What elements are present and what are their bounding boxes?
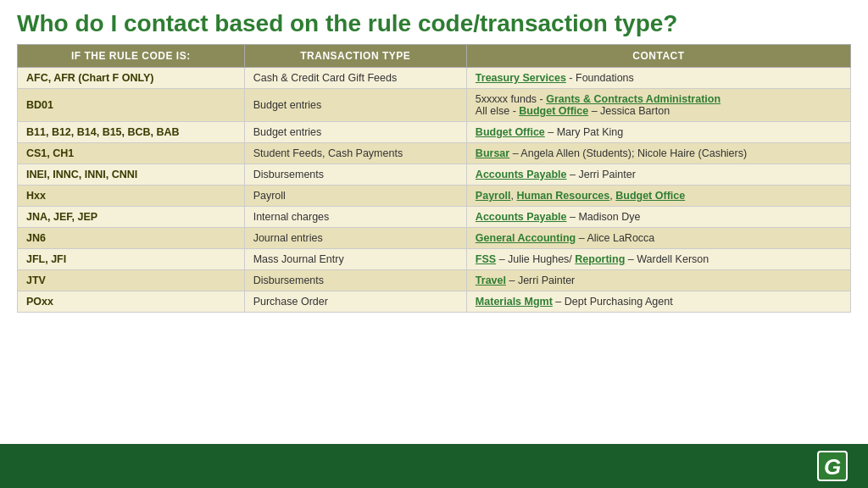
contact-link[interactable]: Human Resources	[517, 190, 610, 202]
col-header-transaction: TRANSACTION TYPE	[244, 45, 466, 68]
table-row: INEI, INNC, INNI, CNNIDisbursementsAccou…	[18, 164, 851, 186]
contact-cell: FSS – Julie Hughes/ Reporting – Wardell …	[466, 249, 850, 270]
rule-code-cell: Hxx	[18, 186, 245, 207]
contact-link[interactable]: FSS	[476, 253, 496, 265]
transaction-type-cell: Payroll	[244, 186, 466, 207]
transaction-type-cell: Disbursements	[244, 164, 466, 186]
contact-cell: Travel – Jerri Painter	[466, 270, 850, 291]
contact-cell: Accounts Payable – Jerri Painter	[466, 164, 850, 186]
contact-cell: General Accounting – Alice LaRocca	[466, 228, 850, 249]
rule-code-cell: BD01	[18, 89, 245, 122]
contact-table: IF THE RULE CODE IS: TRANSACTION TYPE CO…	[17, 44, 851, 313]
rule-code-cell: POxx	[18, 291, 245, 313]
contact-link[interactable]: Accounts Payable	[476, 169, 567, 180]
table-row: POxxPurchase OrderMaterials Mgmt – Dept …	[18, 291, 851, 313]
col-header-contact: CONTACT	[466, 45, 850, 68]
contact-link[interactable]: General Accounting	[476, 232, 576, 244]
page-header: Who do I contact based on the rule code/…	[0, 0, 868, 44]
contact-link[interactable]: Travel	[476, 274, 506, 286]
contact-link[interactable]: Treasury Services	[476, 72, 566, 84]
rule-code-cell: B11, B12, B14, B15, BCB, BAB	[18, 122, 245, 143]
transaction-type-cell: Cash & Credit Card Gift Feeds	[244, 68, 466, 89]
footer-logo: G	[817, 451, 848, 481]
svg-text:G: G	[824, 454, 841, 480]
rule-code-cell: JFL, JFI	[18, 249, 245, 270]
table-row: JTVDisbursementsTravel – Jerri Painter	[18, 270, 851, 291]
table-row: JNA, JEF, JEPInternal chargesAccounts Pa…	[18, 207, 851, 228]
rule-code-cell: INEI, INNC, INNI, CNNI	[18, 164, 245, 186]
contact-link[interactable]: Budget Office	[476, 126, 545, 138]
contact-cell: Bursar – Angela Allen (Students); Nicole…	[466, 143, 850, 164]
rule-code-cell: JNA, JEF, JEP	[18, 207, 245, 228]
table-row: JFL, JFIMass Journal EntryFSS – Julie Hu…	[18, 249, 851, 270]
transaction-type-cell: Purchase Order	[244, 291, 466, 313]
table-wrapper: IF THE RULE CODE IS: TRANSACTION TYPE CO…	[0, 44, 868, 444]
main-container: Who do I contact based on the rule code/…	[0, 0, 868, 488]
table-row: CS1, CH1Student Feeds, Cash PaymentsBurs…	[18, 143, 851, 164]
footer: G	[0, 444, 868, 488]
rule-code-cell: JTV	[18, 270, 245, 291]
transaction-type-cell: Budget entries	[244, 89, 466, 122]
transaction-type-cell: Budget entries	[244, 122, 466, 143]
table-row: BD01Budget entries5xxxxx funds - Grants …	[18, 89, 851, 122]
table-header-row: IF THE RULE CODE IS: TRANSACTION TYPE CO…	[18, 45, 851, 68]
contact-link[interactable]: Reporting	[575, 253, 625, 265]
contact-link[interactable]: Materials Mgmt	[476, 296, 553, 308]
contact-link[interactable]: Payroll	[476, 190, 511, 202]
contact-cell: Budget Office – Mary Pat King	[466, 122, 850, 143]
col-header-rule-code: IF THE RULE CODE IS:	[18, 45, 245, 68]
page-title: Who do I contact based on the rule code/…	[17, 10, 851, 37]
table-row: B11, B12, B14, B15, BCB, BABBudget entri…	[18, 122, 851, 143]
contact-cell: 5xxxxx funds - Grants & Contracts Admini…	[466, 89, 850, 122]
contact-link[interactable]: Bursar	[476, 147, 509, 159]
rule-code-cell: JN6	[18, 228, 245, 249]
transaction-type-cell: Disbursements	[244, 270, 466, 291]
table-row: AFC, AFR (Chart F ONLY)Cash & Credit Car…	[18, 68, 851, 89]
transaction-type-cell: Mass Journal Entry	[244, 249, 466, 270]
contact-link[interactable]: Accounts Payable	[476, 211, 567, 223]
rule-code-cell: CS1, CH1	[18, 143, 245, 164]
budget-office-link[interactable]: Budget Office	[519, 105, 588, 117]
transaction-type-cell: Internal charges	[244, 207, 466, 228]
transaction-type-cell: Journal entries	[244, 228, 466, 249]
rule-code-cell: AFC, AFR (Chart F ONLY)	[18, 68, 245, 89]
contact-cell: Treasury Services - Foundations	[466, 68, 850, 89]
contact-cell: Materials Mgmt – Dept Purchasing Agent	[466, 291, 850, 313]
grants-contracts-link[interactable]: Grants & Contracts Administration	[546, 93, 721, 105]
contact-link[interactable]: Budget Office	[615, 190, 685, 202]
transaction-type-cell: Student Feeds, Cash Payments	[244, 143, 466, 164]
contact-cell: Accounts Payable – Madison Dye	[466, 207, 850, 228]
contact-cell: Payroll, Human Resources, Budget Office	[466, 186, 850, 207]
table-row: HxxPayrollPayroll, Human Resources, Budg…	[18, 186, 851, 207]
table-row: JN6Journal entriesGeneral Accounting – A…	[18, 228, 851, 249]
